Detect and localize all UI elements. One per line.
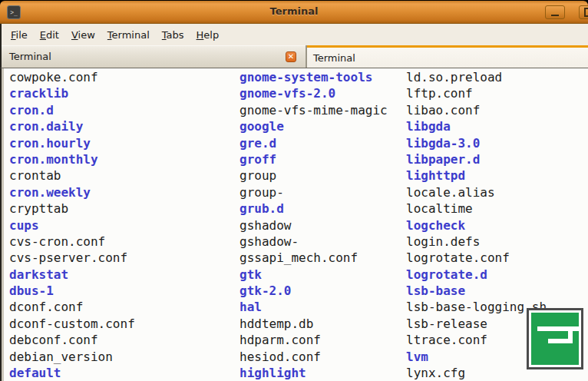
terminal-window: >_ Terminal File Edit View Terminal Tabs…: [0, 0, 588, 381]
tab-terminal-1[interactable]: Terminal ✕: [2, 45, 307, 68]
title-bar: >_ Terminal: [0, 1, 588, 24]
tab-close-icon[interactable]: ✕: [286, 51, 296, 62]
directory-entry: gre.d: [239, 135, 388, 151]
directory-entry: cron.daily: [9, 118, 135, 134]
file-entry: ld.so.preload: [406, 69, 547, 85]
file-entry: debian_version: [9, 349, 135, 365]
directory-entry: libgda-3.0: [406, 135, 547, 151]
file-entry: hddtemp.db: [239, 316, 388, 332]
menu-edit[interactable]: Edit: [40, 29, 59, 41]
file-entry: gssapi_mech.conf: [239, 250, 388, 266]
directory-entry: gnome-system-tools: [239, 69, 388, 85]
directory-entry: cron.monthly: [9, 151, 135, 167]
file-entry: cvs-pserver.conf: [9, 250, 135, 266]
file-entry: lsb-release: [406, 316, 547, 332]
file-entry: dconf-custom.conf: [9, 316, 135, 332]
green-g-logo: [527, 308, 583, 369]
menu-help[interactable]: Help: [197, 29, 220, 41]
minimize-button[interactable]: [545, 5, 565, 19]
tab-label: Terminal: [313, 52, 355, 64]
menu-terminal[interactable]: Terminal: [107, 29, 150, 41]
file-entry: hdparm.conf: [239, 332, 388, 348]
directory-entry: darkstat: [9, 267, 135, 283]
directory-entry: highlight: [239, 365, 388, 381]
file-entry: dconf.conf: [9, 299, 135, 315]
file-list-column-3: ld.so.preloadlftp.conflibao.conflibgdali…: [406, 69, 547, 381]
directory-entry: hal: [239, 299, 388, 315]
directory-entry: cron.hourly: [9, 135, 135, 151]
file-entry: lftp.conf: [406, 85, 547, 101]
directory-entry: gnome-vfs-2.0: [239, 85, 388, 101]
file-entry: cowpoke.conf: [9, 69, 135, 85]
file-entry: libao.conf: [406, 102, 547, 118]
directory-entry: dbus-1: [9, 283, 135, 299]
terminal-output-area[interactable]: cowpoke.confcracklibcron.dcron.dailycron…: [0, 68, 588, 381]
file-entry: gnome-vfs-mime-magic: [239, 102, 388, 118]
menu-bar: File Edit View Terminal Tabs Help: [0, 24, 588, 45]
directory-entry: logrotate.d: [406, 267, 547, 283]
directory-entry: cracklib: [9, 85, 135, 101]
directory-entry: grub.d: [239, 200, 388, 217]
file-entry: group-: [239, 184, 388, 200]
file-entry: debconf.conf: [9, 332, 135, 348]
file-entry: gshadow: [239, 217, 388, 234]
menu-view[interactable]: View: [71, 29, 95, 41]
file-entry: cvs-cron.conf: [9, 234, 135, 250]
directory-entry: cron.weekly: [9, 184, 135, 200]
file-entry: localtime: [406, 200, 547, 217]
file-entry: crontab: [9, 167, 135, 184]
file-entry: login.defs: [406, 234, 547, 250]
directory-entry: lvm: [406, 349, 547, 365]
file-list-column-2: gnome-system-toolsgnome-vfs-2.0gnome-vfs…: [239, 69, 388, 381]
directory-entry: lsb-base: [406, 283, 547, 299]
tab-terminal-2[interactable]: Terminal: [307, 45, 588, 68]
file-list-column-1: cowpoke.confcracklibcron.dcron.dailycron…: [9, 69, 135, 381]
file-entry: crypttab: [9, 200, 135, 217]
file-entry: hesiod.conf: [239, 349, 388, 365]
directory-entry: groff: [239, 151, 388, 167]
file-entry: lynx.cfg: [406, 365, 547, 381]
menu-file[interactable]: File: [11, 29, 28, 41]
directory-entry: libgda: [406, 118, 547, 134]
file-entry: gshadow-: [239, 234, 388, 250]
file-entry: ltrace.conf: [406, 332, 547, 348]
directory-entry: lighttpd: [406, 167, 547, 184]
menu-tabs[interactable]: Tabs: [162, 29, 184, 41]
window-title: Terminal: [0, 5, 588, 17]
file-entry: logrotate.conf: [406, 250, 547, 266]
directory-entry: libpaper.d: [406, 151, 547, 167]
file-entry: lsb-base-logging.sh: [406, 299, 547, 315]
directory-entry: logcheck: [406, 217, 547, 234]
directory-entry: google: [239, 118, 388, 134]
directory-entry: cron.d: [9, 102, 135, 118]
tab-bar: Terminal ✕ Terminal: [0, 45, 588, 68]
directory-entry: default: [9, 365, 135, 381]
file-entry: locale.alias: [406, 184, 547, 200]
tab-label: Terminal: [9, 51, 51, 62]
maximize-button[interactable]: [579, 5, 588, 19]
file-entry: group: [239, 167, 388, 184]
directory-entry: gtk-2.0: [239, 283, 388, 299]
directory-entry: gtk: [239, 267, 388, 283]
directory-entry: cups: [9, 217, 135, 234]
